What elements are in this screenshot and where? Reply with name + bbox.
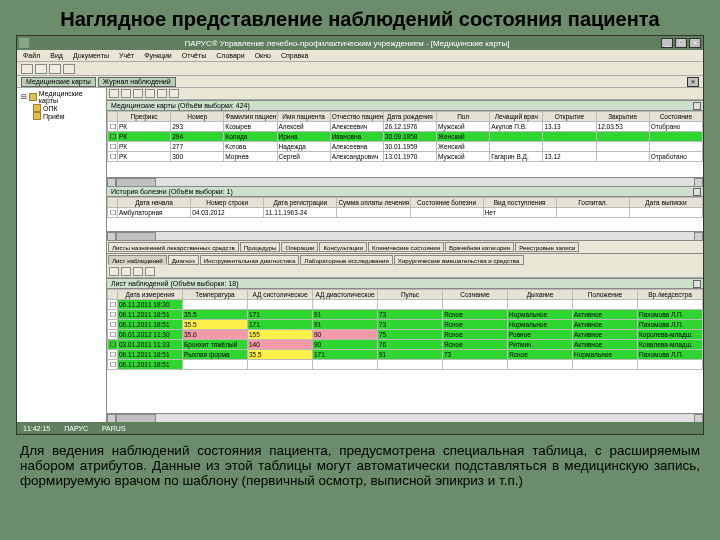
cell[interactable]: Козырев [224,122,277,132]
cell[interactable]: 35.5 [248,350,313,360]
minimize-button[interactable]: _ [661,38,673,48]
table-row[interactable]: ☐РК293КозыревАлексейАлексеевич26.12.1976… [108,122,703,132]
toolbar-button[interactable] [63,64,75,74]
filter-icon[interactable] [157,89,167,98]
detail-tab[interactable]: Клинические состояния [368,242,444,252]
toolbar-button[interactable] [49,64,61,74]
scrollbar[interactable] [107,413,703,422]
cell[interactable]: 35.5 [183,320,248,330]
cell[interactable] [629,208,702,218]
cell[interactable]: Бронхит тяжёлый [183,340,248,350]
table-row[interactable]: ☐06.11.2011 18:51Рыхлая форма35.51719173… [108,350,703,360]
detail-tab[interactable]: Процедуры [240,242,281,252]
rollup-icon[interactable] [693,280,701,288]
detail-tab[interactable]: Операции [281,242,318,252]
cell[interactable] [649,142,702,152]
column-header[interactable]: Состояние [649,112,702,122]
cell[interactable]: 35.5 [183,310,248,320]
menu-item[interactable]: Документы [73,52,109,59]
detail-tab[interactable]: Лабораторные исследования [300,255,392,265]
cell[interactable]: 13.13 [543,122,596,132]
tree-root[interactable]: ⊟ Медицинские карты [19,90,104,104]
cell[interactable]: Морнев [224,152,277,162]
toolbar-button[interactable] [21,64,33,74]
row-checkbox[interactable]: ☐ [110,301,116,308]
add-icon[interactable] [121,267,131,276]
column-header[interactable]: Лечащий врач [490,112,543,122]
column-header[interactable] [108,198,118,208]
column-header[interactable]: Имя пациента [277,112,330,122]
cell[interactable]: Ковалева-младш. [638,340,703,350]
rollup-icon[interactable] [693,188,701,196]
cell[interactable] [596,142,649,152]
cell[interactable]: 03.01.2011 11:33 [118,340,183,350]
cell[interactable] [378,300,443,310]
nav-icon[interactable] [169,89,179,98]
cell[interactable] [443,360,508,370]
column-header[interactable]: Дата регистрации [264,198,337,208]
table-row[interactable]: ☐06.01.2012 11:3035.01559075ЯсноеРовноеА… [108,330,703,340]
column-header[interactable]: Дата выписки [629,198,702,208]
column-header[interactable]: АД диастолическое [313,290,378,300]
row-checkbox[interactable]: ☐ [110,351,116,358]
cell[interactable] [638,300,703,310]
cell[interactable] [313,300,378,310]
detail-tab[interactable]: Листы назначений лекарственных средств [108,242,239,252]
column-header[interactable]: Вр./медсестра [638,290,703,300]
cell[interactable]: Активное [573,340,638,350]
cell[interactable]: Ясное [443,310,508,320]
cell[interactable]: Мужской [437,122,490,132]
detail-tab[interactable]: Врачебная категория [445,242,514,252]
column-header[interactable]: Состояние болезни [410,198,483,208]
detail-tab[interactable]: Диагноз [168,255,199,265]
cell[interactable]: Женский [437,142,490,152]
cell[interactable]: 04.03.2012 [191,208,264,218]
cell[interactable]: 73 [378,310,443,320]
row-checkbox[interactable]: ☐ [110,123,116,130]
edit-icon[interactable] [133,267,143,276]
column-header[interactable]: Открытие [543,112,596,122]
detail-tab[interactable]: Консультации [319,242,367,252]
cell[interactable] [337,208,410,218]
cell[interactable]: 294 [171,132,224,142]
cell[interactable]: 300 [171,152,224,162]
cell[interactable]: Нормальное [508,320,573,330]
cell[interactable]: Алексей [277,122,330,132]
cell[interactable]: 90 [313,340,378,350]
cell[interactable]: 90 [313,330,378,340]
cell[interactable]: 171 [248,320,313,330]
column-header[interactable]: Температура [183,290,248,300]
cell[interactable]: Отработано [649,152,702,162]
cell[interactable]: 06.11.2011 18:30 [118,300,183,310]
cell[interactable]: Ясное [443,320,508,330]
row-checkbox[interactable]: ☐ [110,153,116,160]
column-header[interactable]: Номер строки [191,198,264,208]
cell[interactable] [183,300,248,310]
cell[interactable]: 155 [248,330,313,340]
row-checkbox[interactable]: ☐ [110,143,116,150]
cell[interactable]: 13.12 [543,152,596,162]
cell[interactable]: 76 [378,340,443,350]
row-checkbox[interactable]: ☐ [110,361,116,368]
column-header[interactable]: Отчество пациента [330,112,383,122]
scrollbar[interactable] [107,231,703,240]
cell[interactable] [573,360,638,370]
table-row[interactable]: ☐РК277КотоваНадеждаАлексеевна30.01.1959Ж… [108,142,703,152]
cell[interactable] [248,300,313,310]
column-header[interactable] [108,290,118,300]
column-header[interactable]: Фамилия пациента [224,112,277,122]
column-header[interactable]: Сознание [443,290,508,300]
detail-tab[interactable]: Хирургические вмешательства и средства [394,255,524,265]
table-row[interactable]: ☐06.11.2011 18:51 [108,360,703,370]
cell[interactable] [649,132,702,142]
cell[interactable] [443,300,508,310]
menu-item[interactable]: Вид [50,52,63,59]
cell[interactable]: РК [118,142,171,152]
row-checkbox[interactable]: ☐ [110,321,116,328]
column-header[interactable]: АД систолическое [248,290,313,300]
table-row[interactable]: ☐РК294КолидаИринаИвановна30.09.1958Женск… [108,132,703,142]
cell[interactable] [556,208,629,218]
cell[interactable]: Нет [483,208,556,218]
cell[interactable]: Ритмич. [508,340,573,350]
cell[interactable]: 140 [248,340,313,350]
